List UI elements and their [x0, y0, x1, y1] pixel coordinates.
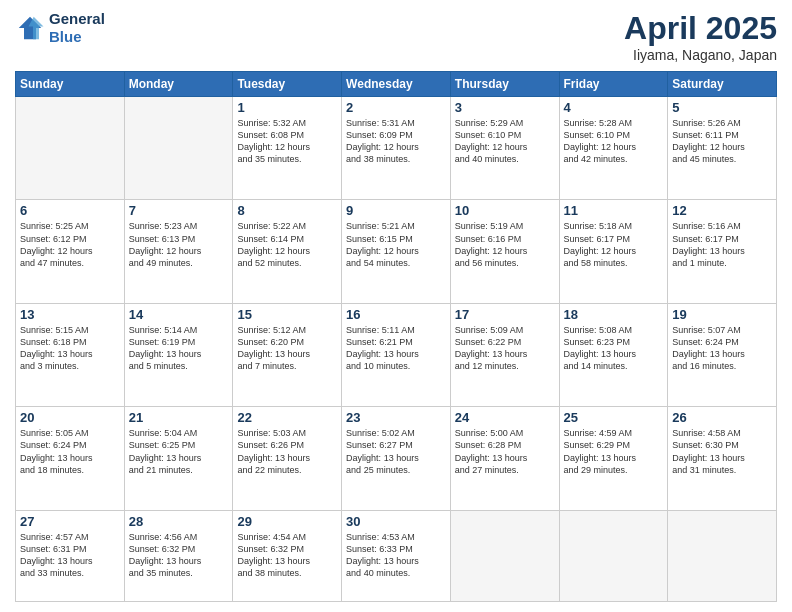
day-info: Sunrise: 5:14 AM Sunset: 6:19 PM Dayligh… [129, 324, 229, 373]
day-number: 9 [346, 203, 446, 218]
logo-icon [15, 13, 45, 43]
day-info: Sunrise: 4:59 AM Sunset: 6:29 PM Dayligh… [564, 427, 664, 476]
calendar-cell: 3Sunrise: 5:29 AM Sunset: 6:10 PM Daylig… [450, 97, 559, 200]
day-info: Sunrise: 4:54 AM Sunset: 6:32 PM Dayligh… [237, 531, 337, 580]
calendar-cell: 9Sunrise: 5:21 AM Sunset: 6:15 PM Daylig… [342, 200, 451, 303]
day-info: Sunrise: 5:28 AM Sunset: 6:10 PM Dayligh… [564, 117, 664, 166]
day-info: Sunrise: 5:21 AM Sunset: 6:15 PM Dayligh… [346, 220, 446, 269]
day-number: 1 [237, 100, 337, 115]
calendar-cell: 28Sunrise: 4:56 AM Sunset: 6:32 PM Dayli… [124, 510, 233, 601]
day-number: 18 [564, 307, 664, 322]
month-year: April 2025 [624, 10, 777, 47]
calendar-cell: 30Sunrise: 4:53 AM Sunset: 6:33 PM Dayli… [342, 510, 451, 601]
day-number: 16 [346, 307, 446, 322]
weekday-header-wednesday: Wednesday [342, 72, 451, 97]
calendar-cell: 25Sunrise: 4:59 AM Sunset: 6:29 PM Dayli… [559, 407, 668, 510]
calendar-cell: 14Sunrise: 5:14 AM Sunset: 6:19 PM Dayli… [124, 303, 233, 406]
day-number: 25 [564, 410, 664, 425]
day-info: Sunrise: 5:19 AM Sunset: 6:16 PM Dayligh… [455, 220, 555, 269]
day-info: Sunrise: 5:08 AM Sunset: 6:23 PM Dayligh… [564, 324, 664, 373]
day-number: 15 [237, 307, 337, 322]
day-number: 20 [20, 410, 120, 425]
day-number: 2 [346, 100, 446, 115]
day-info: Sunrise: 5:25 AM Sunset: 6:12 PM Dayligh… [20, 220, 120, 269]
day-number: 22 [237, 410, 337, 425]
weekday-header-friday: Friday [559, 72, 668, 97]
calendar-cell: 27Sunrise: 4:57 AM Sunset: 6:31 PM Dayli… [16, 510, 125, 601]
calendar-cell: 15Sunrise: 5:12 AM Sunset: 6:20 PM Dayli… [233, 303, 342, 406]
week-row-2: 6Sunrise: 5:25 AM Sunset: 6:12 PM Daylig… [16, 200, 777, 303]
calendar-cell [559, 510, 668, 601]
day-info: Sunrise: 5:29 AM Sunset: 6:10 PM Dayligh… [455, 117, 555, 166]
calendar-cell: 7Sunrise: 5:23 AM Sunset: 6:13 PM Daylig… [124, 200, 233, 303]
day-number: 12 [672, 203, 772, 218]
calendar-cell [668, 510, 777, 601]
day-number: 11 [564, 203, 664, 218]
day-number: 29 [237, 514, 337, 529]
calendar-cell: 4Sunrise: 5:28 AM Sunset: 6:10 PM Daylig… [559, 97, 668, 200]
logo: General Blue [15, 10, 105, 46]
day-number: 21 [129, 410, 229, 425]
day-info: Sunrise: 4:57 AM Sunset: 6:31 PM Dayligh… [20, 531, 120, 580]
day-number: 23 [346, 410, 446, 425]
weekday-header-saturday: Saturday [668, 72, 777, 97]
day-info: Sunrise: 5:15 AM Sunset: 6:18 PM Dayligh… [20, 324, 120, 373]
weekday-header-tuesday: Tuesday [233, 72, 342, 97]
calendar-cell: 20Sunrise: 5:05 AM Sunset: 6:24 PM Dayli… [16, 407, 125, 510]
calendar-cell: 21Sunrise: 5:04 AM Sunset: 6:25 PM Dayli… [124, 407, 233, 510]
day-info: Sunrise: 5:12 AM Sunset: 6:20 PM Dayligh… [237, 324, 337, 373]
calendar-cell: 17Sunrise: 5:09 AM Sunset: 6:22 PM Dayli… [450, 303, 559, 406]
calendar-cell: 16Sunrise: 5:11 AM Sunset: 6:21 PM Dayli… [342, 303, 451, 406]
header: General Blue April 2025 Iiyama, Nagano, … [15, 10, 777, 63]
day-number: 14 [129, 307, 229, 322]
calendar: SundayMondayTuesdayWednesdayThursdayFrid… [15, 71, 777, 602]
calendar-cell [124, 97, 233, 200]
calendar-cell [16, 97, 125, 200]
week-row-3: 13Sunrise: 5:15 AM Sunset: 6:18 PM Dayli… [16, 303, 777, 406]
day-info: Sunrise: 5:26 AM Sunset: 6:11 PM Dayligh… [672, 117, 772, 166]
day-number: 6 [20, 203, 120, 218]
day-number: 27 [20, 514, 120, 529]
calendar-cell: 5Sunrise: 5:26 AM Sunset: 6:11 PM Daylig… [668, 97, 777, 200]
day-number: 24 [455, 410, 555, 425]
day-number: 10 [455, 203, 555, 218]
calendar-cell: 26Sunrise: 4:58 AM Sunset: 6:30 PM Dayli… [668, 407, 777, 510]
week-row-5: 27Sunrise: 4:57 AM Sunset: 6:31 PM Dayli… [16, 510, 777, 601]
weekday-header-monday: Monday [124, 72, 233, 97]
calendar-cell: 11Sunrise: 5:18 AM Sunset: 6:17 PM Dayli… [559, 200, 668, 303]
calendar-cell: 12Sunrise: 5:16 AM Sunset: 6:17 PM Dayli… [668, 200, 777, 303]
logo-text: General Blue [49, 10, 105, 46]
calendar-cell [450, 510, 559, 601]
day-info: Sunrise: 5:05 AM Sunset: 6:24 PM Dayligh… [20, 427, 120, 476]
day-info: Sunrise: 5:04 AM Sunset: 6:25 PM Dayligh… [129, 427, 229, 476]
title-block: April 2025 Iiyama, Nagano, Japan [624, 10, 777, 63]
calendar-cell: 24Sunrise: 5:00 AM Sunset: 6:28 PM Dayli… [450, 407, 559, 510]
day-number: 13 [20, 307, 120, 322]
weekday-header-thursday: Thursday [450, 72, 559, 97]
calendar-cell: 1Sunrise: 5:32 AM Sunset: 6:08 PM Daylig… [233, 97, 342, 200]
calendar-cell: 22Sunrise: 5:03 AM Sunset: 6:26 PM Dayli… [233, 407, 342, 510]
page: General Blue April 2025 Iiyama, Nagano, … [0, 0, 792, 612]
day-info: Sunrise: 5:22 AM Sunset: 6:14 PM Dayligh… [237, 220, 337, 269]
calendar-cell: 8Sunrise: 5:22 AM Sunset: 6:14 PM Daylig… [233, 200, 342, 303]
calendar-cell: 6Sunrise: 5:25 AM Sunset: 6:12 PM Daylig… [16, 200, 125, 303]
calendar-cell: 18Sunrise: 5:08 AM Sunset: 6:23 PM Dayli… [559, 303, 668, 406]
calendar-cell: 13Sunrise: 5:15 AM Sunset: 6:18 PM Dayli… [16, 303, 125, 406]
calendar-cell: 2Sunrise: 5:31 AM Sunset: 6:09 PM Daylig… [342, 97, 451, 200]
calendar-cell: 19Sunrise: 5:07 AM Sunset: 6:24 PM Dayli… [668, 303, 777, 406]
day-number: 5 [672, 100, 772, 115]
day-info: Sunrise: 5:18 AM Sunset: 6:17 PM Dayligh… [564, 220, 664, 269]
day-number: 28 [129, 514, 229, 529]
day-number: 3 [455, 100, 555, 115]
day-number: 4 [564, 100, 664, 115]
day-number: 8 [237, 203, 337, 218]
day-info: Sunrise: 5:31 AM Sunset: 6:09 PM Dayligh… [346, 117, 446, 166]
day-number: 30 [346, 514, 446, 529]
day-info: Sunrise: 5:16 AM Sunset: 6:17 PM Dayligh… [672, 220, 772, 269]
day-info: Sunrise: 5:07 AM Sunset: 6:24 PM Dayligh… [672, 324, 772, 373]
day-info: Sunrise: 5:32 AM Sunset: 6:08 PM Dayligh… [237, 117, 337, 166]
day-number: 17 [455, 307, 555, 322]
calendar-cell: 10Sunrise: 5:19 AM Sunset: 6:16 PM Dayli… [450, 200, 559, 303]
weekday-header-sunday: Sunday [16, 72, 125, 97]
location: Iiyama, Nagano, Japan [624, 47, 777, 63]
